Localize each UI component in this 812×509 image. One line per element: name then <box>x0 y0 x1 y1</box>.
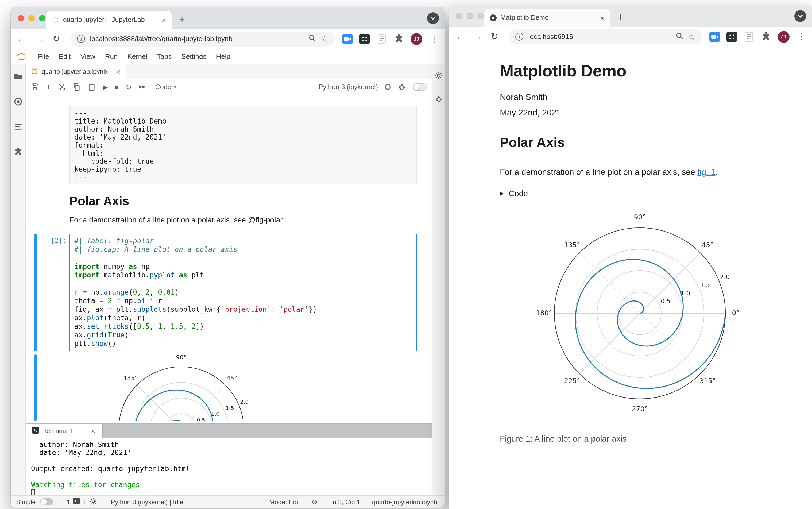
terminal-tab[interactable]: Terminal 1 × <box>26 424 102 438</box>
browser-tab[interactable]: quarto-jupyterl - JupyterLab × <box>46 11 172 29</box>
notebook-tab[interactable]: quarto-jupyterlab.ipynb × <box>26 64 127 78</box>
menu-file[interactable]: File <box>33 53 54 60</box>
figure-link[interactable]: fig. 1 <box>697 167 715 176</box>
zoom-extension-icon[interactable] <box>342 33 353 44</box>
docs-extension-icon[interactable] <box>376 33 387 44</box>
extensions-puzzle-icon[interactable] <box>393 33 404 44</box>
close-window-button[interactable] <box>17 15 24 22</box>
dark-extension-icon[interactable] <box>359 33 370 44</box>
output-collapser[interactable] <box>34 354 37 421</box>
menu-help[interactable]: Help <box>211 53 235 60</box>
menu-tabs[interactable]: Tabs <box>152 53 177 60</box>
terminals-count[interactable]: 1 <box>67 498 70 506</box>
notebook-cells[interactable]: ---title: Matplotlib Demoauthor: Norah S… <box>26 95 432 423</box>
svg-text:45°: 45° <box>702 241 713 249</box>
toolbar-toggle-switch[interactable] <box>413 83 427 91</box>
profile-chevron-button[interactable] <box>427 12 439 24</box>
svg-text:270°: 270° <box>632 405 648 413</box>
terminal-output[interactable]: author: Norah Smith date: 'May 22nd, 202… <box>26 438 432 495</box>
cursor-position[interactable]: Ln 3, Col 1 <box>329 498 360 506</box>
extensions-puzzle-icon[interactable] <box>761 31 771 42</box>
code-editor[interactable]: #| label: fig-polar#| fig.cap: A line pl… <box>70 234 417 351</box>
menu-view[interactable]: View <box>76 53 100 60</box>
paste-cells-button[interactable] <box>88 83 96 91</box>
profile-chevron-button[interactable] <box>795 10 806 22</box>
minimize-window-button[interactable] <box>28 15 35 22</box>
debugger-panel-bug-icon[interactable] <box>434 95 443 105</box>
debugger-bug-icon[interactable] <box>398 83 406 91</box>
running-kernels-icon[interactable] <box>13 97 23 108</box>
raw-cell-editor[interactable]: ---title: Matplotlib Demoauthor: Norah S… <box>70 106 417 184</box>
menu-kernel[interactable]: Kernel <box>122 53 152 60</box>
tab-close-icon[interactable]: × <box>600 13 605 22</box>
menu-kebab-icon[interactable]: ⋮ <box>430 34 438 43</box>
zoom-level-icon[interactable] <box>308 34 316 43</box>
browser-tab[interactable]: Matplotlib Demo × <box>484 8 610 27</box>
file-browser-icon[interactable] <box>13 72 23 83</box>
reload-button[interactable]: ↻ <box>491 32 498 41</box>
forward-button[interactable]: → <box>473 32 482 41</box>
site-info-icon[interactable]: i <box>77 35 85 43</box>
page-favicon <box>490 14 497 21</box>
simple-mode-toggle[interactable] <box>40 498 52 505</box>
cell-type-dropdown[interactable]: Code ▾ <box>155 83 176 91</box>
site-info-icon[interactable]: i <box>516 33 524 41</box>
code-line: #| label: fig-polar <box>74 237 412 245</box>
stop-button[interactable]: ■ <box>115 84 119 90</box>
add-cell-button[interactable]: + <box>46 82 51 91</box>
save-button[interactable] <box>31 83 39 91</box>
restart-run-all-button[interactable]: ▶▶ <box>139 84 145 89</box>
menu-settings[interactable]: Settings <box>176 53 211 60</box>
simple-mode-label: Simple <box>16 498 36 506</box>
svg-text:135°: 135° <box>123 375 138 381</box>
docs-extension-icon[interactable] <box>744 31 754 42</box>
new-tab-button[interactable]: + <box>617 12 623 22</box>
table-of-contents-icon[interactable] <box>13 122 23 134</box>
terminal-line: Watching files for changes <box>31 481 427 489</box>
zoom-level-icon[interactable] <box>675 32 683 41</box>
output-area[interactable]: 0°45°90°135°180°225°270°315°0.51.01.52.0 <box>26 354 432 421</box>
zoom-window-button[interactable] <box>478 13 484 19</box>
code-line: #| fig.cap: A line plot on a polar axis <box>74 245 412 254</box>
copy-cells-button[interactable] <box>73 83 81 91</box>
terminal-panel: Terminal 1 × author: Norah Smith date: '… <box>26 423 432 495</box>
svg-text:0°: 0° <box>732 309 740 317</box>
close-window-button[interactable] <box>456 13 462 19</box>
notebook-tab-close-icon[interactable]: × <box>116 67 120 76</box>
markdown-cell[interactable]: Polar Axis For a demonstration of a line… <box>70 194 417 224</box>
bookmark-star-icon[interactable]: ☆ <box>321 35 328 43</box>
profile-avatar[interactable]: JJ <box>778 31 789 42</box>
input-collapser[interactable] <box>34 234 37 351</box>
zoom-extension-icon[interactable] <box>709 31 720 42</box>
kernel-status-text[interactable]: Python 3 (ipykernel) | Idle <box>111 498 183 506</box>
dark-extension-icon[interactable] <box>727 31 737 42</box>
zoom-window-button[interactable] <box>39 15 45 22</box>
tab-close-icon[interactable]: × <box>162 16 166 24</box>
profile-avatar[interactable]: JJ <box>411 33 422 45</box>
menu-run[interactable]: Run <box>100 53 123 60</box>
kernel-name-button[interactable]: Python 3 (ipykernel) <box>319 83 378 91</box>
menu-kebab-icon[interactable]: ⋮ <box>797 32 806 41</box>
cut-cells-button[interactable] <box>58 83 66 91</box>
reload-button[interactable]: ↻ <box>52 34 60 43</box>
property-inspector-gear-icon[interactable] <box>434 72 443 82</box>
url-bar[interactable]: i localhost:8888/lab/tree/quarto-jupyter… <box>71 31 335 46</box>
svg-text:2.0: 2.0 <box>720 273 730 280</box>
run-button[interactable]: ▶ <box>103 84 108 90</box>
menu-edit[interactable]: Edit <box>54 53 76 60</box>
minimize-window-button[interactable] <box>467 13 473 19</box>
code-cell[interactable]: [2]: #| label: fig-polar#| fig.cap: A li… <box>26 234 432 351</box>
url-bar[interactable]: i localhost:6916 ☆ <box>509 29 702 44</box>
new-tab-button[interactable]: + <box>179 14 185 24</box>
restart-kernel-button[interactable]: ↻ <box>126 83 132 91</box>
output-image-clip: 0°45°90°135°180°225°270°315°0.51.01.52.0 <box>93 354 270 421</box>
back-button[interactable]: ← <box>455 32 464 41</box>
terminal-tab-close-icon[interactable]: × <box>91 427 96 435</box>
back-button[interactable]: ← <box>17 34 26 43</box>
raw-cell[interactable]: ---title: Matplotlib Demoauthor: Norah S… <box>26 106 432 184</box>
forward-button[interactable]: → <box>35 34 44 43</box>
kernels-count[interactable]: 1 <box>83 498 86 506</box>
extension-manager-icon[interactable] <box>13 147 23 159</box>
bookmark-star-icon[interactable]: ☆ <box>688 33 696 41</box>
code-fold-summary[interactable]: ▶ Code <box>500 189 780 198</box>
